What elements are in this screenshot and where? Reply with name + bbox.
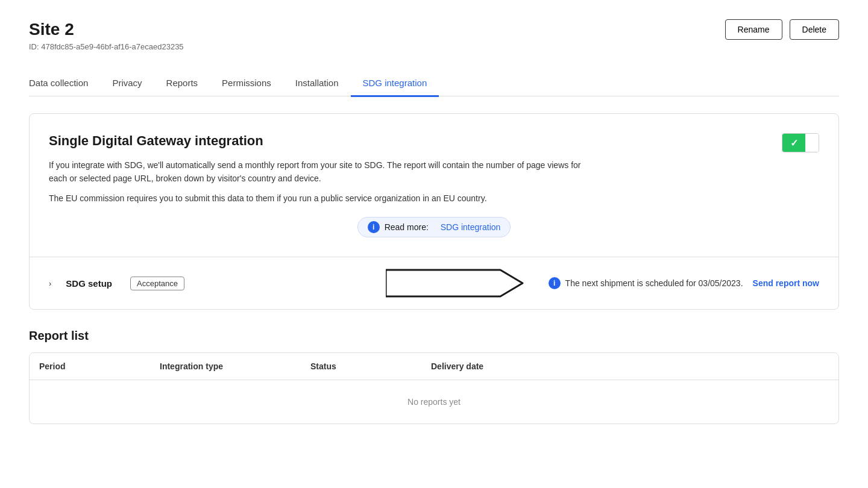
- table-empty-message: No reports yet: [30, 380, 838, 424]
- shipment-schedule-text: The next shipment is scheduled for 03/05…: [565, 278, 743, 288]
- page-header: Site 2 ID: 478fdc85-a5e9-46bf-af16-a7eca…: [29, 19, 839, 51]
- card-body: Single Digital Gateway integration If yo…: [30, 114, 838, 257]
- read-more-prefix: Read more:: [385, 222, 429, 232]
- tab-reports[interactable]: Reports: [154, 70, 210, 97]
- tab-installation[interactable]: Installation: [283, 70, 351, 97]
- col-integration-type: Integration type: [150, 353, 301, 380]
- read-more-pill: i Read more: SDG integration: [357, 217, 511, 237]
- delete-button[interactable]: Delete: [790, 19, 839, 40]
- tab-bar: Data collection Privacy Reports Permissi…: [29, 70, 839, 97]
- sdg-integration-card: Single Digital Gateway integration If yo…: [29, 113, 839, 310]
- tab-permissions[interactable]: Permissions: [210, 70, 283, 97]
- send-report-now-link[interactable]: Send report now: [753, 278, 819, 288]
- arrow-indicator: [386, 268, 524, 298]
- arrow-svg: [386, 268, 524, 298]
- report-list-title: Report list: [29, 329, 839, 343]
- sdg-toggle[interactable]: ✓: [782, 133, 819, 152]
- read-more-link[interactable]: SDG integration: [441, 222, 501, 232]
- chevron-right-icon[interactable]: ›: [49, 279, 51, 288]
- report-table: Period Integration type Status Delivery …: [29, 352, 839, 424]
- shipment-info: i The next shipment is scheduled for 03/…: [549, 277, 819, 289]
- info-icon: i: [368, 221, 380, 233]
- sdg-setup-label: SDG setup: [66, 278, 112, 289]
- sdg-setup-row: › SDG setup Acceptance i The next shipme…: [30, 257, 838, 309]
- tab-privacy[interactable]: Privacy: [100, 70, 154, 97]
- site-name: Site 2: [29, 19, 184, 40]
- card-description-2: The EU commission requires you to submit…: [49, 192, 591, 205]
- header-actions: Rename Delete: [725, 19, 839, 40]
- toggle-on-icon: ✓: [782, 134, 805, 152]
- sdg-toggle-wrapper: ✓: [782, 133, 819, 152]
- toggle-off-area: [805, 134, 819, 152]
- svg-marker-0: [386, 270, 523, 296]
- col-delivery-date: Delivery date: [421, 353, 838, 380]
- site-id: ID: 478fdc85-a5e9-46bf-af16-a7ecaed23235: [29, 42, 184, 51]
- environment-badge: Acceptance: [130, 277, 184, 290]
- tab-sdg-integration[interactable]: SDG integration: [351, 70, 439, 97]
- read-more-row: i Read more: SDG integration: [49, 217, 819, 237]
- card-description-1: If you integrate with SDG, we'll automat…: [49, 158, 591, 186]
- shipment-info-icon: i: [549, 277, 561, 289]
- table-header: Period Integration type Status Delivery …: [30, 353, 838, 380]
- col-period: Period: [30, 353, 150, 380]
- col-status: Status: [301, 353, 421, 380]
- report-list-section: Report list Period Integration type Stat…: [29, 329, 839, 424]
- rename-button[interactable]: Rename: [725, 19, 782, 40]
- site-info: Site 2 ID: 478fdc85-a5e9-46bf-af16-a7eca…: [29, 19, 184, 51]
- card-title: Single Digital Gateway integration: [49, 133, 819, 149]
- tab-data-collection[interactable]: Data collection: [29, 70, 100, 97]
